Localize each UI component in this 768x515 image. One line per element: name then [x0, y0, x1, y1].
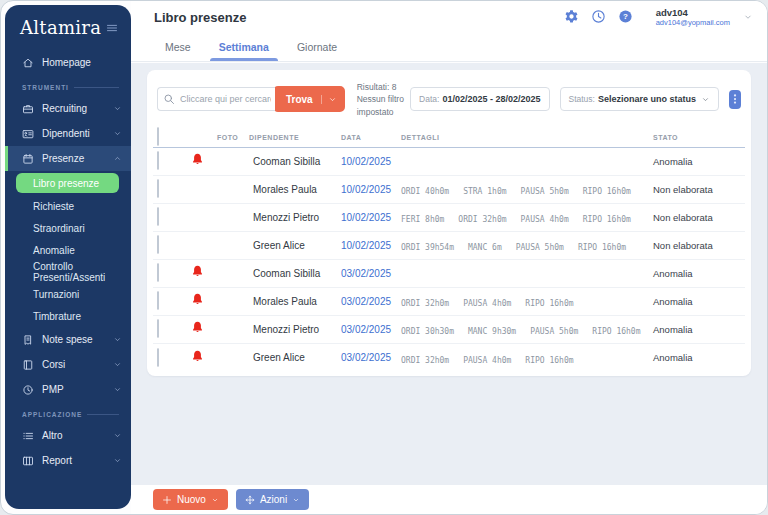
history-clock-icon[interactable] — [591, 9, 606, 24]
date-link[interactable]: 10/02/2025 — [341, 240, 401, 251]
filter-row: Trova Risultati: 8 Nessun filtro imposta… — [153, 79, 745, 128]
date-link[interactable]: 03/02/2025 — [341, 268, 401, 279]
details-cell: ORDI 30h30mMANC 9h30mPAUSA 5h0mRIPO 16h0… — [401, 320, 653, 338]
tab-giornate[interactable]: Giornate — [286, 35, 348, 61]
employee-name: Green Alice — [249, 352, 341, 363]
date-link[interactable]: 10/02/2025 — [341, 212, 401, 223]
help-icon[interactable]: ? — [618, 9, 633, 24]
new-button[interactable]: Nuovo — [153, 489, 228, 510]
detail-chip: FERI 8h0m — [401, 215, 444, 224]
more-options-button[interactable] — [729, 90, 741, 109]
row-checkbox[interactable] — [157, 291, 159, 310]
tab-settimana[interactable]: Settimana — [208, 35, 280, 61]
status-filter-value: Selezionare uno status — [598, 94, 696, 104]
sidebar: Altamira HomepageSTRUMENTIRecruitingDipe… — [5, 5, 131, 509]
sidebar-subitem-label: Controllo Presenti/Assenti — [33, 261, 131, 283]
row-checkbox[interactable] — [157, 207, 159, 226]
row-checkbox[interactable] — [157, 235, 159, 254]
column-header-data: DATA — [341, 134, 401, 141]
sidebar-item-label: Presenze — [42, 153, 84, 164]
date-link[interactable]: 03/02/2025 — [341, 324, 401, 335]
sidebar-item-dipendenti[interactable]: Dipendenti — [5, 121, 131, 146]
date-range-filter[interactable]: Data: 01/02/2025 - 28/02/2025 — [410, 87, 549, 111]
actions-button[interactable]: Azioni — [236, 489, 309, 510]
sidebar-item-presenze[interactable]: Presenze — [5, 146, 131, 171]
sidebar-item-corsi[interactable]: Corsi — [5, 352, 131, 377]
employee-name: Morales Paula — [249, 184, 341, 195]
table-row: Morales Paula10/02/2025ORDI 40h0mSTRA 1h… — [153, 176, 745, 204]
sidebar-subitem-timbrature[interactable]: Timbrature — [5, 305, 131, 327]
sidebar-item-recruiting[interactable]: Recruiting — [5, 96, 131, 121]
sidebar-subitem-label: Anomalie — [33, 245, 75, 256]
table-body: Cooman Sibilla10/02/2025AnomaliaMorales … — [153, 148, 745, 372]
employee-name: Cooman Sibilla — [249, 156, 341, 167]
table-row: Cooman Sibilla10/02/2025Anomalia — [153, 148, 745, 176]
status-cell: Anomalia — [653, 296, 741, 307]
chevron-down-icon — [292, 496, 300, 504]
footer-bar: Nuovo Azioni — [131, 485, 767, 514]
user-menu[interactable]: adv104 adv104@yopmail.com — [649, 7, 753, 27]
chevron-down-icon — [701, 95, 710, 104]
hamburger-menu-icon[interactable] — [105, 22, 119, 34]
date-link[interactable]: 10/02/2025 — [341, 156, 401, 167]
status-cell: Non elaborata — [653, 240, 741, 251]
sidebar-item-altro[interactable]: Altro — [5, 423, 131, 448]
chevron-down-icon — [113, 104, 122, 113]
employee-name: Menozzi Pietro — [249, 324, 341, 335]
detail-chip: RIPO 16h0m — [583, 215, 631, 224]
sidebar-subitem-libro-presenze[interactable]: Libro presenze — [16, 173, 119, 193]
status-cell: Non elaborata — [653, 184, 741, 195]
chevron-down-icon — [113, 385, 122, 394]
main-area: Libro presenze ? adv104 adv104@yopmail.c… — [131, 1, 767, 514]
row-checkbox[interactable] — [157, 319, 159, 338]
detail-chip: ORDI 39h54m — [401, 243, 454, 252]
row-checkbox[interactable] — [157, 151, 159, 170]
status-cell: Anomalia — [653, 324, 741, 335]
sidebar-item-homepage[interactable]: Homepage — [5, 50, 131, 75]
sidebar-item-label: Report — [42, 455, 72, 466]
status-filter-select[interactable]: Status: Selezionare uno status — [560, 87, 720, 111]
find-button[interactable]: Trova — [274, 86, 345, 112]
detail-chip: ORDI 32h0m — [458, 215, 506, 224]
sidebar-subitem-turnazioni[interactable]: Turnazioni — [5, 283, 131, 305]
sidebar-section-label: STRUMENTI — [5, 75, 131, 96]
employee-name: Cooman Sibilla — [249, 268, 341, 279]
date-link[interactable]: 03/02/2025 — [341, 352, 401, 363]
chevron-down-icon — [113, 456, 122, 465]
bell-icon — [191, 320, 204, 334]
status-cell: Non elaborata — [653, 212, 741, 223]
detail-chip: ORDI 32h0m — [401, 356, 449, 365]
list-icon — [22, 430, 34, 442]
detail-chip: RIPO 16h0m — [592, 327, 640, 336]
sidebar-subitem-anomalie[interactable]: Anomalie — [5, 239, 131, 261]
detail-chip: PAUSA 5h0m — [521, 187, 569, 196]
sidebar-subitem-label: Turnazioni — [33, 289, 79, 300]
details-cell: FERI 8h0mORDI 32h0mPAUSA 4h0mRIPO 16h0m — [401, 208, 653, 226]
sidebar-item-report[interactable]: Report — [5, 448, 131, 473]
tab-mese[interactable]: Mese — [154, 35, 202, 61]
chevron-down-icon — [743, 12, 753, 22]
sidebar-item-pmp[interactable]: PMP — [5, 377, 131, 402]
table-row: Morales Paula03/02/2025ORDI 32h0mPAUSA 4… — [153, 288, 745, 316]
bell-icon — [191, 292, 204, 306]
sidebar-subitem-richieste[interactable]: Richieste — [5, 195, 131, 217]
row-checkbox[interactable] — [157, 263, 159, 282]
row-checkbox[interactable] — [157, 348, 159, 367]
status-cell: Anomalia — [653, 268, 741, 279]
select-all-checkbox[interactable] — [157, 127, 159, 146]
date-link[interactable]: 10/02/2025 — [341, 184, 401, 195]
sidebar-subitem-controllo-presenti-assenti[interactable]: Controllo Presenti/Assenti — [5, 261, 131, 283]
table-row: Menozzi Pietro10/02/2025FERI 8h0mORDI 32… — [153, 204, 745, 232]
row-checkbox[interactable] — [157, 179, 159, 198]
sidebar-item-note-spese[interactable]: Note spese — [5, 327, 131, 352]
bell-icon — [191, 152, 204, 166]
plus-icon — [162, 495, 172, 505]
sidebar-subitem-label: Straordinari — [33, 223, 85, 234]
page-title: Libro presenze — [154, 10, 246, 25]
settings-gear-icon[interactable] — [564, 9, 579, 24]
chevron-down-icon — [211, 496, 219, 504]
app-window: Altamira HomepageSTRUMENTIRecruitingDipe… — [0, 0, 768, 515]
sidebar-item-label: Altro — [42, 430, 63, 441]
date-link[interactable]: 03/02/2025 — [341, 296, 401, 307]
sidebar-subitem-straordinari[interactable]: Straordinari — [5, 217, 131, 239]
